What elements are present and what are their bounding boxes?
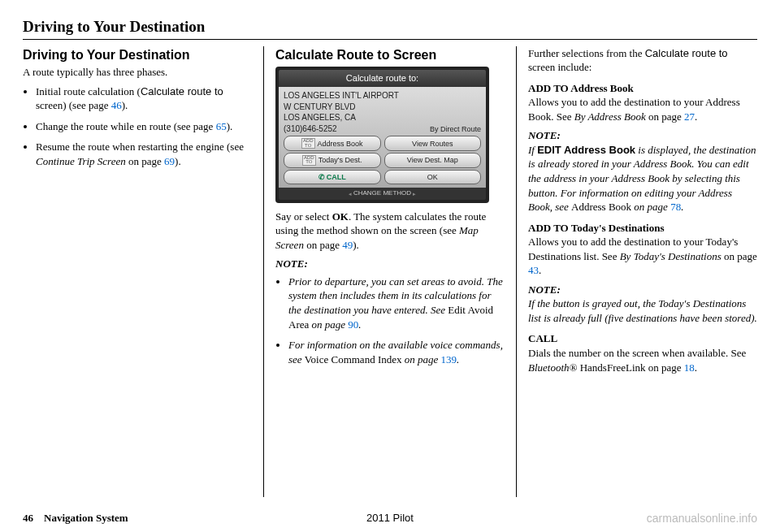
column-2: Calculate Route to Screen Calculate rout… <box>264 46 516 497</box>
ss-btn-view-routes: View Routes <box>384 136 482 151</box>
page-number: 46 <box>23 512 33 524</box>
col2-note-list: Prior to departure, you can set areas to… <box>275 275 505 366</box>
screen-ref: By Address Book <box>574 110 646 123</box>
columns: Driving to Your Destination A route typi… <box>23 46 757 497</box>
ss-line: LOS ANGELES INT'L AIRPORT <box>284 90 481 102</box>
col2-heading: Calculate Route to Screen <box>275 46 505 64</box>
col1-list: Initial route calculation (Calculate rou… <box>23 84 252 169</box>
feature-ref: Bluetooth® <box>528 361 580 374</box>
footer-label: Navigation System <box>44 512 128 524</box>
list-item: For information on the available voice c… <box>288 338 505 366</box>
page-link[interactable]: 139 <box>441 353 457 365</box>
ss-btn-ok: OK <box>384 170 482 184</box>
ui-term: Calculate route to <box>141 85 223 97</box>
column-1: Driving to Your Destination A route typi… <box>23 46 263 497</box>
ss-btn-address-book: ADDTOAddress Book <box>284 136 381 151</box>
list-item: Resume the route when restarting the eng… <box>36 140 252 168</box>
col3-p2: Allows you to add the destination to you… <box>528 235 757 278</box>
page-link[interactable]: 90 <box>348 318 358 331</box>
page-link[interactable]: 69 <box>164 155 175 167</box>
text: ). <box>175 155 181 167</box>
ui-term: Calculate route to <box>645 47 728 59</box>
ss-title: Calculate route to: <box>279 70 486 87</box>
list-item: Initial route calculation (Calculate rou… <box>36 84 252 113</box>
page-title: Driving to Your Destination <box>23 16 757 37</box>
page-link[interactable]: 18 <box>684 361 695 374</box>
note-heading: NOTE: <box>528 128 757 143</box>
note-heading: NOTE: <box>528 283 757 297</box>
text: ). <box>122 99 128 111</box>
col3-h1: ADD TO Address Book <box>528 81 757 96</box>
ss-line: W CENTURY BLVD <box>284 102 481 113</box>
screen-ref: Continue Trip Screen <box>36 155 126 167</box>
ok-term: OK <box>332 210 349 223</box>
page-footer: 46 Navigation System 2011 Pilot carmanua… <box>0 511 780 526</box>
list-item: Change the route while en route (see pag… <box>36 119 252 134</box>
page-link[interactable]: 78 <box>670 201 681 213</box>
text: screen) (see page <box>36 99 111 111</box>
screen-ref: By Today's Destinations <box>620 250 722 262</box>
text: on page <box>126 155 164 167</box>
col3-note2: If the button is grayed out, the Today's… <box>528 296 757 325</box>
ss-body: LOS ANGELES INT'L AIRPORT W CENTURY BLVD… <box>279 87 486 188</box>
page-link[interactable]: 65 <box>216 120 227 132</box>
text: ). <box>227 120 233 132</box>
text: Resume the route when restarting the eng… <box>36 141 244 153</box>
column-3: Further selections from the Calculate ro… <box>517 46 757 497</box>
ui-term: EDIT Address Book <box>537 144 635 156</box>
title-rule <box>23 39 757 40</box>
ss-btn-call: ✆CALL <box>284 170 381 184</box>
col3-h3: CALL <box>528 331 757 346</box>
note-heading: NOTE: <box>275 257 505 271</box>
page-link[interactable]: 27 <box>684 110 695 123</box>
col2-p1: Say or select OK. The system calculates … <box>275 210 505 253</box>
col1-intro: A route typically has three phases. <box>23 65 252 80</box>
ss-btn-view-dest-map: View Dest. Map <box>384 153 482 168</box>
footer-center: 2011 Pilot <box>366 511 414 526</box>
ui-term: Address Book <box>571 201 631 213</box>
col3-h2: ADD TO Today's Destinations <box>528 221 757 236</box>
ss-btn-todays-dest: ADDTOToday's Dest. <box>284 153 381 168</box>
calculate-route-screenshot: Calculate route to: LOS ANGELES INT'L AI… <box>275 67 489 202</box>
ss-line: LOS ANGELES, CA <box>284 112 481 123</box>
col3-p1: Allows you to add the destination to you… <box>528 95 757 123</box>
page-link[interactable]: 49 <box>342 239 353 251</box>
ui-term: Voice Command Index <box>305 353 402 365</box>
col3-p3: Dials the number on the screen when avai… <box>528 346 757 374</box>
col3-note1: If EDIT Address Book is displayed, the d… <box>528 143 757 214</box>
text: Initial route calculation ( <box>36 85 141 97</box>
page-link[interactable]: 46 <box>111 99 122 111</box>
page-link[interactable]: 43 <box>528 264 539 276</box>
col3-intro: Further selections from the Calculate ro… <box>528 46 757 75</box>
list-item: Prior to departure, you can set areas to… <box>288 275 505 331</box>
col1-heading: Driving to Your Destination <box>23 46 252 64</box>
ss-footer: CHANGE METHOD <box>279 188 486 200</box>
footer-watermark: carmanualsonline.info <box>647 511 757 526</box>
text: Change the route while en route (see pag… <box>36 120 216 132</box>
